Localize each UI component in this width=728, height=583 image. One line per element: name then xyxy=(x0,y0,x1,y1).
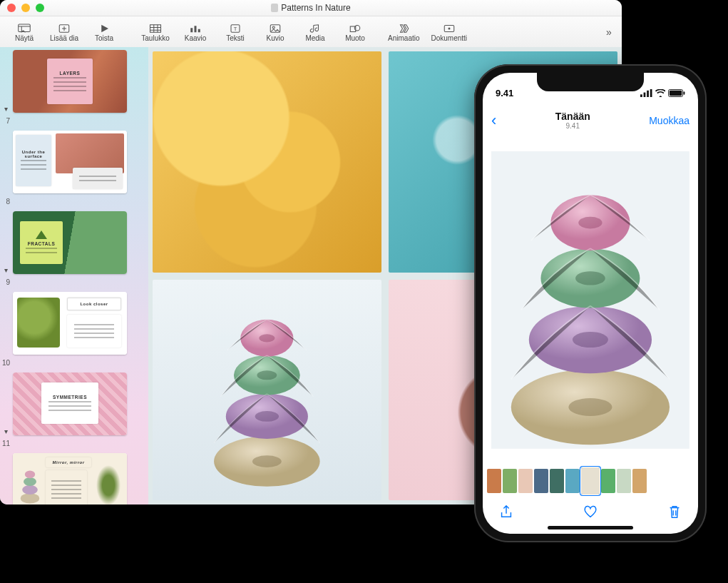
svg-rect-39 xyxy=(647,90,649,96)
scrubber-thumb[interactable] xyxy=(601,469,615,493)
document-icon xyxy=(271,4,278,12)
toolbar-view[interactable]: Näytä xyxy=(4,21,44,44)
chart-icon xyxy=(188,23,202,34)
nav-title: Tänään 9.41 xyxy=(555,111,590,130)
toolbar-label: Kaavio xyxy=(185,34,207,42)
svg-point-24 xyxy=(448,27,450,29)
disclosure-toggle[interactable]: ▾ xyxy=(1,427,10,435)
scrubber-thumb[interactable] xyxy=(503,469,517,493)
animate-icon xyxy=(396,23,411,34)
slide-thumbnail-12[interactable]: Mirror, mirror xyxy=(1,453,144,505)
svg-rect-7 xyxy=(150,24,161,32)
svg-marker-6 xyxy=(101,24,108,32)
phone-screen: 9.41 ‹ Tänään 9.41 Muokkaa xyxy=(483,73,698,534)
scrubber-thumb[interactable] xyxy=(632,469,647,493)
scrubber-thumb[interactable] xyxy=(534,469,548,493)
svg-point-32 xyxy=(255,411,279,422)
svg-rect-0 xyxy=(19,24,31,32)
document-settings-icon xyxy=(442,23,456,34)
share-button[interactable] xyxy=(498,504,514,522)
slide-thumbnail-11[interactable]: ▾ SYMMETRIES xyxy=(1,372,144,435)
svg-point-18 xyxy=(272,26,275,29)
toolbar-label: Taulukko xyxy=(141,34,169,42)
toolbar-label: Teksti xyxy=(226,34,245,42)
svg-point-36 xyxy=(259,334,275,342)
slide-number: 10 xyxy=(1,359,10,368)
slide-navigator[interactable]: ▾ LAYERS 7 Under the xyxy=(0,47,148,505)
home-indicator[interactable] xyxy=(548,526,633,529)
toolbar-label: Kuvio xyxy=(267,34,284,42)
scrubber-thumb[interactable] xyxy=(581,467,600,495)
toolbar-add-slide[interactable]: Lisää dia xyxy=(44,21,84,44)
image-icon xyxy=(268,23,282,34)
window-controls xyxy=(7,4,44,12)
scrubber-thumb[interactable] xyxy=(565,469,580,493)
slide-thumbnail-8[interactable]: Under the surface xyxy=(1,131,144,193)
toolbar-document[interactable]: Dokumentti xyxy=(426,21,473,44)
maximize-button[interactable] xyxy=(36,4,44,12)
toolbar-image[interactable]: Kuvio xyxy=(255,21,295,44)
delete-button[interactable] xyxy=(667,504,682,522)
scrubber-thumb[interactable] xyxy=(550,469,564,493)
svg-marker-21 xyxy=(401,24,405,32)
toolbar-animate[interactable]: Animaatio xyxy=(382,21,425,44)
disclosure-toggle[interactable]: ▾ xyxy=(1,105,10,113)
iphone-device: 9.41 ‹ Tänään 9.41 Muokkaa xyxy=(474,64,707,542)
slide-number: 7 xyxy=(1,117,10,126)
scrubber-thumb[interactable] xyxy=(617,469,631,493)
status-time: 9.41 xyxy=(496,88,513,98)
play-icon xyxy=(97,23,111,34)
svg-point-34 xyxy=(257,370,277,380)
edit-button[interactable]: Muokkaa xyxy=(649,115,689,126)
back-button[interactable]: ‹ xyxy=(491,111,496,130)
toolbar-shape[interactable]: Muoto xyxy=(335,21,375,44)
minimize-button[interactable] xyxy=(21,4,30,12)
svg-rect-42 xyxy=(670,90,682,95)
canvas-image-urchins[interactable] xyxy=(153,280,381,501)
nav-subtitle: 9.41 xyxy=(555,122,590,130)
toolbar-media[interactable]: Media xyxy=(295,21,335,44)
cellular-icon xyxy=(640,89,652,97)
battery-icon xyxy=(668,89,685,97)
scrubber-thumb[interactable] xyxy=(518,469,533,493)
close-button[interactable] xyxy=(7,4,16,12)
favorite-button[interactable] xyxy=(583,504,598,522)
toolbar-play[interactable]: Toista xyxy=(84,21,124,44)
toolbar-label: Media xyxy=(305,34,324,42)
photos-nav-bar: ‹ Tänään 9.41 Muokkaa xyxy=(483,107,698,134)
disclosure-toggle[interactable]: ▾ xyxy=(1,266,10,274)
toolbar: Näytä Lisää dia Toista Taulukko Kaavio T… xyxy=(0,16,622,49)
thumb-title: Under the surface xyxy=(18,150,49,158)
svg-point-26 xyxy=(22,485,38,495)
canvas-image-honeycomb[interactable] xyxy=(153,51,381,273)
photo-viewer[interactable] xyxy=(483,134,698,465)
svg-rect-14 xyxy=(198,29,200,32)
scrubber-thumb[interactable] xyxy=(487,469,501,493)
toolbar-overflow[interactable]: » xyxy=(600,26,617,38)
svg-rect-43 xyxy=(684,91,685,95)
toolbar-label: Dokumentti xyxy=(431,34,468,42)
slide-thumbnail-7[interactable]: ▾ LAYERS xyxy=(1,50,144,113)
toolbar-text[interactable]: T Teksti xyxy=(215,21,255,44)
svg-point-50 xyxy=(575,271,605,285)
plus-icon xyxy=(57,23,71,34)
svg-rect-40 xyxy=(650,89,652,97)
thumb-title: Look closer xyxy=(80,302,108,306)
toolbar-table[interactable]: Taulukko xyxy=(135,21,175,44)
toolbar-label: Näytä xyxy=(15,34,34,42)
photo-scrubber[interactable] xyxy=(483,465,698,497)
table-icon xyxy=(148,23,163,34)
svg-point-52 xyxy=(578,216,602,228)
toolbar-label: Toista xyxy=(95,34,113,42)
window-title: Patterns In Nature xyxy=(271,3,350,13)
window-title-text: Patterns In Nature xyxy=(281,3,350,13)
notch xyxy=(537,73,644,91)
media-icon xyxy=(308,23,322,34)
shape-icon xyxy=(348,23,362,34)
slide-number: 9 xyxy=(1,278,10,288)
toolbar-chart[interactable]: Kaavio xyxy=(175,21,215,44)
nav-title-text: Tänään xyxy=(555,111,590,122)
svg-point-25 xyxy=(21,493,39,503)
slide-thumbnail-9[interactable]: ▾ FRACTALS xyxy=(1,211,144,274)
slide-thumbnail-10[interactable]: Look closer xyxy=(1,292,144,355)
